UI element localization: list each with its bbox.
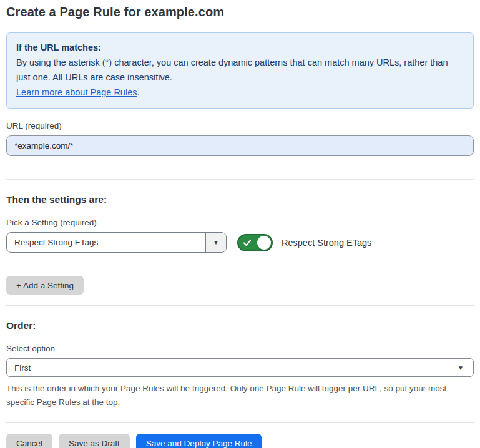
setting-toggle[interactable]	[237, 234, 273, 251]
settings-section-heading: Then the settings are:	[6, 194, 474, 205]
footer-buttons: Cancel Save as Draft Save and Deploy Pag…	[6, 434, 474, 448]
order-select[interactable]: First ▼	[6, 358, 474, 377]
divider	[6, 305, 474, 306]
info-box-heading: If the URL matches:	[16, 40, 464, 55]
check-icon	[243, 238, 252, 247]
toggle-knob	[257, 236, 271, 250]
pick-setting-label: Pick a Setting (required)	[6, 218, 474, 227]
learn-more-link[interactable]: Learn more about Page Rules	[16, 87, 137, 97]
chevron-down-icon[interactable]: ▼	[205, 233, 226, 252]
add-setting-button[interactable]: + Add a Setting	[6, 276, 84, 295]
save-and-deploy-button[interactable]: Save and Deploy Page Rule	[136, 434, 262, 448]
divider	[6, 179, 474, 180]
order-section-heading: Order:	[6, 320, 474, 331]
create-page-rule-form: Create a Page Rule for example.com If th…	[0, 0, 480, 448]
cancel-button[interactable]: Cancel	[6, 434, 52, 448]
page-title: Create a Page Rule for example.com	[6, 5, 474, 19]
order-select-label: Select option	[6, 344, 474, 353]
url-input[interactable]	[6, 135, 474, 156]
setting-select[interactable]: Respect Strong ETags ▼	[6, 232, 227, 253]
toggle-label: Respect Strong ETags	[282, 238, 371, 248]
order-help-text: This is the order in which your Page Rul…	[6, 382, 471, 409]
save-as-draft-button[interactable]: Save as Draft	[59, 434, 130, 448]
divider	[6, 422, 474, 423]
order-select-value: First	[14, 363, 458, 373]
chevron-down-icon: ▼	[458, 364, 464, 371]
info-box-body: By using the asterisk (*) character, you…	[16, 55, 464, 85]
setting-select-value: Respect Strong ETags	[7, 233, 205, 252]
url-match-info-box: If the URL matches: By using the asteris…	[6, 32, 474, 109]
url-label: URL (required)	[6, 121, 474, 130]
setting-row: Respect Strong ETags ▼ Respect Strong ET…	[6, 232, 474, 253]
info-box-link-line: Learn more about Page Rules.	[16, 85, 464, 100]
link-period: .	[137, 87, 139, 97]
